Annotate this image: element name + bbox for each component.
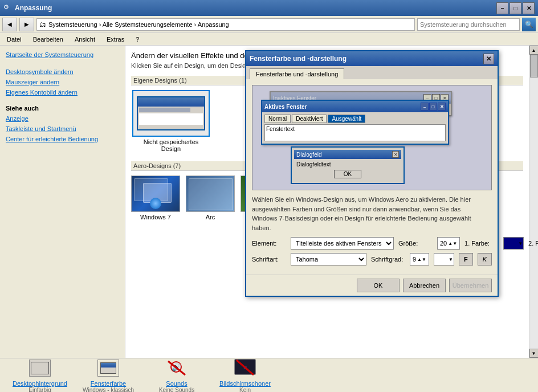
element-select[interactable]: Titelleiste des aktiven Fensters — [291, 237, 394, 250]
ok-button[interactable]: OK — [357, 279, 400, 292]
dialog-overlay: Fensterfarbe und -darstellung ✕ Fensterf… — [0, 0, 538, 392]
active-title-buttons: – □ ✕ — [421, 103, 446, 111]
dialog-close-button[interactable]: ✕ — [483, 54, 494, 64]
color1-label: 1. Farbe: — [464, 240, 499, 247]
cancel-button[interactable]: Abbrechen — [403, 279, 446, 292]
active-close-btn: ✕ — [438, 103, 446, 111]
font-select[interactable]: Tahoma — [291, 253, 366, 266]
font-row: Schriftart: Tahoma Schriftgrad: 9 ▲▼ ▼ F… — [252, 253, 492, 266]
color1-control: ▼ — [503, 237, 524, 250]
dialog-description: Wählen Sie ein Windows-Design aus, um Wi… — [252, 195, 492, 232]
spinbox-arrows: ▲▼ — [448, 241, 457, 246]
active-min-btn: – — [421, 103, 429, 111]
dialog-buttons: OK Abbrechen Übernehmen — [246, 275, 498, 296]
dialog-content: Inaktives Fenster – □ ✕ Aktives Fenster — [246, 79, 498, 275]
dialog-title-bar: Fensterfarbe und -darstellung ✕ — [246, 51, 498, 66]
font-size-label: Schriftgrad: — [371, 256, 405, 263]
font-label: Schriftart: — [252, 256, 286, 263]
active-window-title: Aktives Fenster – □ ✕ — [262, 101, 448, 112]
bold-button[interactable]: F — [459, 253, 473, 266]
dialog-tab-fensterfarbe[interactable]: Fensterfarbe und -darstellung — [250, 68, 344, 79]
font-spinbox-arrows: ▲▼ — [417, 257, 426, 262]
active-max-btn: □ — [429, 103, 437, 111]
tab-normal[interactable]: Normal — [264, 115, 291, 123]
italic-button[interactable]: K — [478, 253, 492, 266]
fensterfarbe-dialog: Fensterfarbe und -darstellung ✕ Fensterf… — [245, 50, 499, 297]
color1-arrow: ▼ — [518, 241, 523, 246]
window-text: Fenstertext — [266, 126, 295, 132]
tab-selected[interactable]: Ausgewählt — [328, 115, 365, 123]
window-text-area: Fenstertext — [264, 124, 446, 141]
element-label: Element: — [252, 240, 286, 247]
inner-dialog: Dialogfeld ✕ Dialogfeldtext OK — [291, 146, 405, 184]
tab-deactivated[interactable]: Deaktiviert — [292, 115, 327, 123]
color2-label: 2. Farbe: — [528, 240, 538, 247]
dialog-title-text: Fensterfarbe und -darstellung — [250, 55, 483, 63]
inner-close-btn[interactable]: ✕ — [392, 151, 399, 158]
font-color-control: ▼ — [434, 253, 454, 266]
inner-dialog-title: Dialogfeld ✕ — [294, 150, 401, 159]
font-color-arrow: ▼ — [449, 257, 453, 262]
dialog-tab-bar: Fensterfarbe und -darstellung — [246, 66, 498, 79]
size-spinbox[interactable]: 20 ▲▼ — [437, 237, 460, 250]
active-tabs: Normal Deaktiviert Ausgewählt — [264, 115, 446, 123]
size-label: Größe: — [398, 240, 433, 247]
active-window: Aktives Fenster – □ ✕ Normal Deaktiviert… — [261, 100, 449, 145]
inner-dialog-body: Dialogfeldtext OK — [294, 159, 401, 181]
active-body: Normal Deaktiviert Ausgewählt Fenstertex… — [262, 112, 448, 144]
font-size-spinbox[interactable]: 9 ▲▼ — [410, 253, 429, 266]
element-row: Element: Titelleiste des aktiven Fenster… — [252, 237, 492, 250]
inner-ok-button[interactable]: OK — [334, 170, 361, 178]
apply-button[interactable]: Übernehmen — [449, 279, 492, 292]
inner-dialog-ok: OK — [296, 170, 399, 178]
preview-area: Inaktives Fenster – □ ✕ Aktives Fenster — [252, 85, 492, 190]
